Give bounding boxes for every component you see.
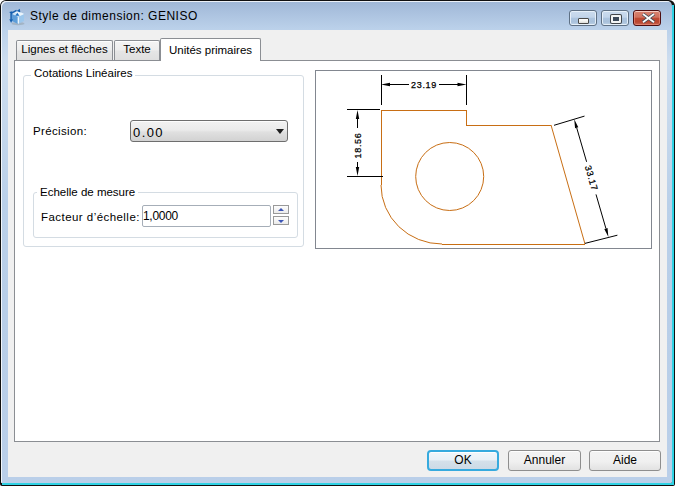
svg-text:18.56: 18.56 [353,132,363,158]
svg-text:23.19: 23.19 [411,80,437,90]
